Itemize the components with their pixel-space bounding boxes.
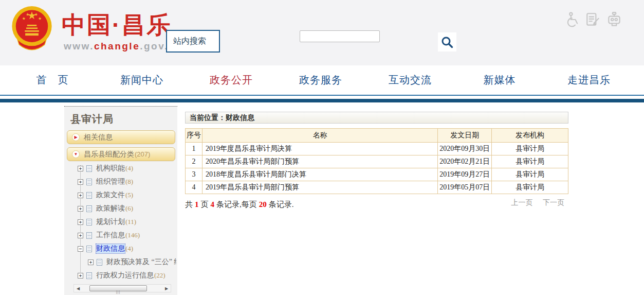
tree-item-finance-information[interactable]: 财政信息 [96, 244, 125, 253]
tree-item-work-information[interactable]: 工作信息 [96, 231, 125, 240]
site-search-label-text: 站内搜索 [173, 36, 206, 47]
cell-date: 2020年09月30日 [438, 143, 492, 155]
nav-home[interactable]: 首 页 [8, 65, 97, 95]
nav-divider-thin [0, 95, 644, 96]
tree-item-policy-documents[interactable]: 政策文件 [96, 190, 125, 200]
tree-item-admin-power-information[interactable]: 行政权力运行信息 [96, 271, 154, 280]
table-header-row: 序号 名称 发文日期 发布机构 [186, 129, 568, 143]
tree-row: 机构职能(4) [78, 162, 176, 175]
tree-row: 规划计划(11) [78, 215, 176, 229]
category-tree: 机构职能(4) 组织管理(8) 政策文件(5) 政策解读(6) 规划计划(11) [64, 107, 177, 295]
cell-seq: 3 [186, 168, 203, 181]
cell-date: 2019年09月27日 [438, 168, 492, 181]
site-url: www.changle.gov.cn [64, 41, 182, 52]
col-header-seq: 序号 [186, 129, 203, 143]
tree-row: 财政信息(4) [78, 242, 176, 255]
search-button[interactable] [438, 32, 456, 51]
tree-collapse-icon[interactable] [78, 246, 83, 252]
cell-org: 县审计局 [492, 143, 568, 155]
document-icon [86, 205, 92, 212]
nav-interaction[interactable]: 互动交流 [365, 65, 455, 95]
table-row: 4 2019年昌乐县审计局部门预算 2019年05月07日 县审计局 [186, 181, 568, 194]
page: 中国·昌乐 www.changle.gov.cn 站内搜索 [0, 0, 644, 295]
tree-item-agency-functions[interactable]: 机构职能 [96, 164, 125, 173]
cell-seq: 2 [186, 155, 203, 168]
nav-news-center[interactable]: 新闻中心 [97, 65, 187, 95]
tree-item-policy-interpretation[interactable]: 政策解读 [96, 204, 125, 213]
col-header-org: 发布机构 [492, 129, 568, 143]
nav-about-changle[interactable]: 走进昌乐 [544, 65, 634, 95]
document-icon [86, 165, 92, 172]
cell-date: 2019年05月07日 [438, 181, 492, 194]
cell-org: 县审计局 [492, 181, 568, 194]
site-title[interactable]: 中国·昌乐 [62, 9, 172, 41]
cell-doc-link[interactable]: 2019年度昌乐县审计局决算 [202, 143, 437, 155]
nav-government-services[interactable]: 政务服务 [276, 65, 365, 95]
tree-row: 政策解读(6) [78, 202, 176, 215]
document-table: 序号 名称 发文日期 发布机构 1 2019年度昌乐县审计局决算 2020年09… [185, 128, 568, 194]
header-utility-icons [564, 11, 622, 28]
tree-row: 组织管理(8) [78, 175, 176, 188]
tree-expand-icon[interactable] [78, 206, 83, 212]
breadcrumb: 当前位置：财政信息 [185, 112, 568, 124]
nav-divider-thick [0, 99, 644, 102]
nav-new-media[interactable]: 新媒体 [455, 65, 544, 95]
document-icon [86, 246, 92, 252]
cell-org: 县审计局 [492, 155, 568, 168]
tree-expand-icon[interactable] [78, 166, 83, 171]
pagination: 共1页4条记录,每页20条记录. 上一页 下一页 [185, 198, 568, 209]
sidebar-horizontal-scrollbar[interactable]: ◀ ▶ [73, 284, 171, 292]
tree-item-organization-management[interactable]: 组织管理 [96, 177, 125, 186]
per-page-count: 20 [259, 200, 267, 209]
cell-org: 县审计局 [492, 168, 568, 181]
page-count: 1 [195, 200, 199, 209]
national-emblem-logo[interactable] [8, 3, 56, 58]
document-icon [86, 272, 92, 279]
pagination-controls: 上一页 下一页 [503, 198, 565, 207]
col-header-date: 发文日期 [438, 129, 492, 143]
breadcrumb-text: 当前位置：财政信息 [190, 114, 254, 122]
cell-doc-link[interactable]: 2020年昌乐县审计局部门预算 [202, 155, 437, 168]
tree-expand-icon[interactable] [78, 179, 83, 185]
tree-item-planning[interactable]: 规划计划 [96, 217, 125, 227]
scroll-right-arrow-icon[interactable]: ▶ [162, 286, 171, 291]
robot-assistant-icon[interactable] [606, 11, 622, 28]
tree-expand-icon[interactable] [78, 193, 83, 198]
tree-expand-icon[interactable] [78, 219, 83, 225]
document-icon [86, 232, 92, 239]
cell-seq: 1 [186, 143, 203, 155]
tree-expand-icon[interactable] [88, 259, 94, 265]
tree-expand-icon[interactable] [78, 233, 83, 238]
main-nav: 首 页 新闻中心 政务公开 政务服务 互动交流 新媒体 走进昌乐 [0, 65, 644, 95]
nav-government-disclosure[interactable]: 政务公开 [187, 65, 276, 95]
cell-date: 2020年02月21日 [438, 155, 492, 168]
document-icon [86, 179, 92, 185]
scrollbar-thumb[interactable] [89, 285, 147, 291]
edit-note-icon[interactable] [585, 11, 601, 28]
search-icon [440, 36, 454, 49]
col-header-name: 名称 [202, 129, 437, 143]
tree-row: 政策文件(5) [78, 188, 176, 202]
site-header: 中国·昌乐 www.changle.gov.cn 站内搜索 [0, 0, 644, 65]
record-count: 4 [211, 200, 215, 209]
document-icon [86, 192, 92, 199]
table-row: 3 2018年度昌乐县审计局部门决算 2019年09月27日 县审计局 [186, 168, 568, 181]
table-row: 2 2020年昌乐县审计局部门预算 2020年02月21日 县审计局 [186, 155, 568, 168]
cell-doc-link[interactable]: 2019年昌乐县审计局部门预算 [202, 181, 437, 194]
accessibility-icon[interactable] [564, 11, 580, 28]
sidebar: 县审计局 ▶ 相关信息 ▼ 昌乐县组配分类(207) 机构职能(4) 组织管理(… [64, 106, 177, 295]
tree-row: 行政权力运行信息(22) [78, 269, 176, 282]
prev-page-button[interactable]: 上一页 [511, 199, 533, 206]
tree-item-budget-final-accounts[interactable]: 财政预决算及 “三公” 经 [106, 257, 176, 267]
table-row: 1 2019年度昌乐县审计局决算 2020年09月30日 县审计局 [186, 143, 568, 155]
document-icon [86, 219, 92, 225]
tree-expand-icon[interactable] [78, 273, 83, 279]
scroll-left-arrow-icon[interactable]: ◀ [74, 286, 82, 291]
search-input[interactable] [300, 30, 380, 42]
tree-row: 财政预决算及 “三公” 经 [88, 255, 176, 269]
pagination-summary: 共1页4条记录,每页20条记录. [185, 200, 294, 210]
tree-row: 工作信息(146) [78, 229, 176, 242]
cell-doc-link[interactable]: 2018年度昌乐县审计局部门决算 [202, 168, 437, 181]
site-search-label: 站内搜索 [166, 30, 220, 53]
next-page-button[interactable]: 下一页 [543, 199, 564, 206]
